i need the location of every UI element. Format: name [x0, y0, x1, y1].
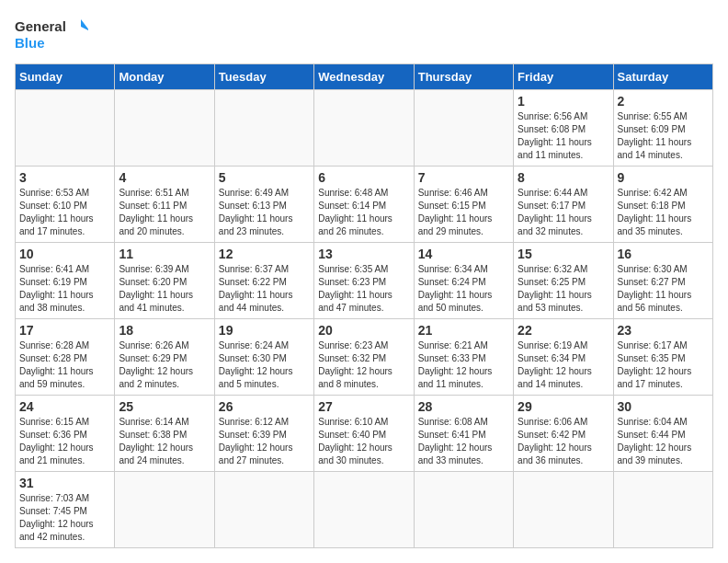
day-number: 7	[418, 170, 509, 185]
calendar-cell	[115, 472, 214, 548]
calendar-week-6: 31Sunrise: 7:03 AM Sunset: 7:45 PM Dayli…	[16, 472, 713, 548]
weekday-header-monday: Monday	[115, 64, 214, 90]
calendar-cell	[414, 90, 513, 167]
calendar-week-4: 17Sunrise: 6:28 AM Sunset: 6:28 PM Dayli…	[16, 319, 713, 396]
calendar-cell: 22Sunrise: 6:19 AM Sunset: 6:34 PM Dayli…	[514, 319, 613, 396]
day-info: Sunrise: 6:51 AM Sunset: 6:11 PM Dayligh…	[119, 187, 210, 238]
day-number: 23	[618, 323, 709, 338]
day-number: 31	[19, 476, 110, 490]
calendar-cell	[314, 90, 414, 167]
weekday-header-thursday: Thursday	[414, 64, 513, 90]
day-number: 29	[518, 399, 609, 414]
calendar-cell: 28Sunrise: 6:08 AM Sunset: 6:41 PM Dayli…	[414, 396, 513, 472]
calendar-cell: 24Sunrise: 6:15 AM Sunset: 6:36 PM Dayli…	[16, 396, 115, 472]
day-number: 30	[618, 399, 709, 414]
day-number: 20	[318, 323, 409, 338]
day-number: 10	[19, 247, 110, 261]
day-number: 21	[418, 323, 509, 338]
day-info: Sunrise: 6:15 AM Sunset: 6:36 PM Dayligh…	[19, 416, 110, 467]
day-info: Sunrise: 6:17 AM Sunset: 6:35 PM Dayligh…	[618, 339, 709, 391]
day-info: Sunrise: 6:56 AM Sunset: 6:08 PM Dayligh…	[518, 110, 609, 162]
day-info: Sunrise: 6:34 AM Sunset: 6:24 PM Dayligh…	[418, 263, 509, 315]
svg-text:General: General	[15, 18, 66, 34]
calendar-cell: 20Sunrise: 6:23 AM Sunset: 6:32 PM Dayli…	[314, 319, 414, 396]
day-number: 24	[19, 399, 110, 414]
day-number: 3	[19, 170, 110, 185]
calendar-week-3: 10Sunrise: 6:41 AM Sunset: 6:19 PM Dayli…	[16, 243, 713, 319]
day-info: Sunrise: 6:53 AM Sunset: 6:10 PM Dayligh…	[19, 187, 110, 238]
calendar-cell: 30Sunrise: 6:04 AM Sunset: 6:44 PM Dayli…	[613, 396, 712, 472]
calendar-cell	[115, 90, 214, 167]
calendar-cell: 5Sunrise: 6:49 AM Sunset: 6:13 PM Daylig…	[214, 167, 313, 243]
day-number: 4	[119, 170, 210, 185]
day-number: 27	[318, 399, 409, 414]
weekday-header-wednesday: Wednesday	[314, 64, 414, 90]
calendar-cell: 21Sunrise: 6:21 AM Sunset: 6:33 PM Dayli…	[414, 319, 513, 396]
logo: General Blue	[15, 15, 88, 56]
day-info: Sunrise: 6:32 AM Sunset: 6:25 PM Dayligh…	[518, 263, 609, 315]
calendar-cell: 25Sunrise: 6:14 AM Sunset: 6:38 PM Dayli…	[115, 396, 214, 472]
day-number: 2	[618, 94, 709, 109]
calendar-cell: 8Sunrise: 6:44 AM Sunset: 6:17 PM Daylig…	[514, 167, 613, 243]
calendar-cell: 19Sunrise: 6:24 AM Sunset: 6:30 PM Dayli…	[214, 319, 313, 396]
day-info: Sunrise: 6:55 AM Sunset: 6:09 PM Dayligh…	[618, 110, 709, 162]
calendar-cell: 16Sunrise: 6:30 AM Sunset: 6:27 PM Dayli…	[613, 243, 712, 319]
day-number: 6	[318, 170, 409, 185]
day-info: Sunrise: 6:14 AM Sunset: 6:38 PM Dayligh…	[119, 416, 210, 467]
calendar-cell	[214, 90, 313, 167]
calendar-cell: 29Sunrise: 6:06 AM Sunset: 6:42 PM Dayli…	[514, 396, 613, 472]
day-number: 17	[19, 323, 110, 338]
day-info: Sunrise: 6:30 AM Sunset: 6:27 PM Dayligh…	[618, 263, 709, 315]
day-number: 5	[219, 170, 310, 185]
day-info: Sunrise: 6:44 AM Sunset: 6:17 PM Dayligh…	[518, 187, 609, 238]
calendar-cell: 10Sunrise: 6:41 AM Sunset: 6:19 PM Dayli…	[16, 243, 115, 319]
day-info: Sunrise: 6:26 AM Sunset: 6:29 PM Dayligh…	[119, 339, 210, 391]
calendar-week-2: 3Sunrise: 6:53 AM Sunset: 6:10 PM Daylig…	[16, 167, 713, 243]
day-number: 14	[418, 247, 509, 261]
calendar-cell: 27Sunrise: 6:10 AM Sunset: 6:40 PM Dayli…	[314, 396, 414, 472]
calendar-cell: 3Sunrise: 6:53 AM Sunset: 6:10 PM Daylig…	[16, 167, 115, 243]
calendar-week-5: 24Sunrise: 6:15 AM Sunset: 6:36 PM Dayli…	[16, 396, 713, 472]
logo-svg: General Blue	[15, 15, 88, 56]
day-info: Sunrise: 6:10 AM Sunset: 6:40 PM Dayligh…	[318, 416, 409, 467]
calendar-cell: 23Sunrise: 6:17 AM Sunset: 6:35 PM Dayli…	[613, 319, 712, 396]
weekday-header-friday: Friday	[514, 64, 613, 90]
calendar-cell: 4Sunrise: 6:51 AM Sunset: 6:11 PM Daylig…	[115, 167, 214, 243]
calendar-cell	[414, 472, 513, 548]
calendar-cell: 14Sunrise: 6:34 AM Sunset: 6:24 PM Dayli…	[414, 243, 513, 319]
calendar-cell	[16, 90, 115, 167]
calendar-cell	[214, 472, 313, 548]
day-info: Sunrise: 6:21 AM Sunset: 6:33 PM Dayligh…	[418, 339, 509, 391]
day-info: Sunrise: 6:04 AM Sunset: 6:44 PM Dayligh…	[618, 416, 709, 467]
calendar-table: SundayMondayTuesdayWednesdayThursdayFrid…	[15, 63, 713, 548]
day-info: Sunrise: 6:23 AM Sunset: 6:32 PM Dayligh…	[318, 339, 409, 391]
weekday-header-sunday: Sunday	[16, 64, 115, 90]
calendar-cell	[613, 472, 712, 548]
calendar-week-1: 1Sunrise: 6:56 AM Sunset: 6:08 PM Daylig…	[16, 90, 713, 167]
day-number: 22	[518, 323, 609, 338]
day-number: 8	[518, 170, 609, 185]
day-number: 16	[618, 247, 709, 261]
day-info: Sunrise: 6:39 AM Sunset: 6:20 PM Dayligh…	[119, 263, 210, 315]
day-info: Sunrise: 6:49 AM Sunset: 6:13 PM Dayligh…	[219, 187, 310, 238]
day-number: 28	[418, 399, 509, 414]
calendar-cell	[314, 472, 414, 548]
day-info: Sunrise: 6:12 AM Sunset: 6:39 PM Dayligh…	[219, 416, 310, 467]
calendar-cell: 11Sunrise: 6:39 AM Sunset: 6:20 PM Dayli…	[115, 243, 214, 319]
weekday-header-saturday: Saturday	[613, 64, 712, 90]
day-number: 11	[119, 247, 210, 261]
day-number: 12	[219, 247, 310, 261]
day-info: Sunrise: 6:37 AM Sunset: 6:22 PM Dayligh…	[219, 263, 310, 315]
calendar-cell: 9Sunrise: 6:42 AM Sunset: 6:18 PM Daylig…	[613, 167, 712, 243]
day-info: Sunrise: 6:41 AM Sunset: 6:19 PM Dayligh…	[19, 263, 110, 315]
day-number: 26	[219, 399, 310, 414]
day-number: 13	[318, 247, 409, 261]
svg-marker-2	[81, 19, 88, 31]
svg-text:Blue: Blue	[15, 35, 45, 51]
day-info: Sunrise: 6:46 AM Sunset: 6:15 PM Dayligh…	[418, 187, 509, 238]
calendar-cell: 1Sunrise: 6:56 AM Sunset: 6:08 PM Daylig…	[514, 90, 613, 167]
day-info: Sunrise: 6:06 AM Sunset: 6:42 PM Dayligh…	[518, 416, 609, 467]
calendar-cell: 7Sunrise: 6:46 AM Sunset: 6:15 PM Daylig…	[414, 167, 513, 243]
weekday-header-tuesday: Tuesday	[214, 64, 313, 90]
calendar-cell	[514, 472, 613, 548]
